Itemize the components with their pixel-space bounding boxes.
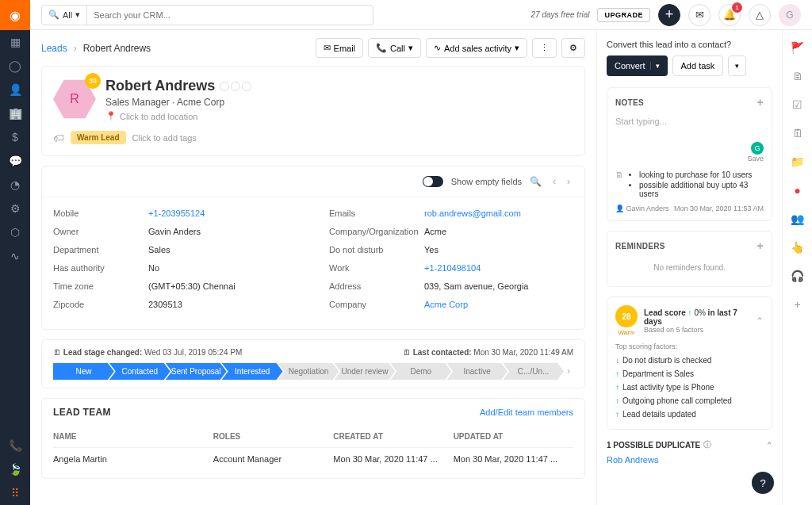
stage-step[interactable]: Demo (390, 363, 451, 380)
add-note-icon[interactable]: + (757, 96, 764, 109)
collapse-icon[interactable]: ⌃ (766, 441, 772, 450)
add-button[interactable]: + (658, 4, 680, 26)
stage-bar: NewContactedSent ProposalInterestedNegot… (53, 363, 573, 380)
search-input[interactable] (87, 10, 373, 20)
notifications-button[interactable]: 🔔1 (718, 4, 741, 26)
detail-row: Time zone(GMT+05:30) Chennai (53, 281, 297, 291)
add-tags[interactable]: Click to add tags (132, 133, 197, 143)
search-icon: 🔍 (48, 10, 59, 20)
stage-step[interactable]: New (53, 363, 114, 380)
detail-row: Mobile+1-203955124 (53, 209, 297, 218)
more-button[interactable]: ⋮ (532, 38, 557, 58)
nav-phone-icon[interactable]: 📞 (0, 434, 30, 457)
email-button[interactable]: ✉Email (316, 38, 364, 58)
factor-row: ↑ Department is Sales (615, 367, 764, 381)
checklist-icon[interactable]: ☑ (788, 95, 807, 114)
plus-icon[interactable]: + (788, 295, 807, 314)
add-task-dropdown[interactable]: ▾ (728, 55, 746, 76)
nav-conversations-icon[interactable]: 💬 (0, 149, 30, 173)
folder-icon[interactable]: 📁 (788, 152, 807, 171)
show-empty-toggle[interactable] (423, 176, 443, 187)
nav-contacts-icon[interactable]: ◯ (0, 54, 30, 78)
stage-step[interactable]: Inactive (446, 363, 508, 380)
notes-input[interactable]: Start typing... (615, 113, 764, 142)
search-scope-dropdown[interactable]: 🔍 All ▾ (42, 6, 87, 25)
breadcrumb-root[interactable]: Leads (41, 43, 67, 54)
call-button[interactable]: 📞Call▾ (368, 38, 421, 58)
stage-step[interactable]: Under review (334, 363, 395, 380)
notes-panel: NOTES + Start typing... G Save 🗎 looking… (607, 87, 772, 221)
detail-value[interactable]: Acme Corp (424, 300, 468, 309)
warm-lead-tag[interactable]: Warm Lead (71, 131, 126, 144)
nav-reports-icon[interactable]: ◔ (0, 173, 30, 197)
alerts-button[interactable]: △ (749, 4, 771, 26)
user-avatar[interactable]: G (779, 4, 801, 26)
app-logo[interactable]: ◉ (0, 0, 30, 30)
pulse-icon: ∿ (434, 43, 441, 53)
quick-action-circles[interactable] (220, 82, 251, 91)
next-page-icon[interactable]: › (564, 174, 573, 189)
page-header: Leads › Robert Andrews ✉Email 📞Call▾ ∿Ad… (41, 30, 585, 66)
stage-step[interactable]: C.../Un... (503, 363, 564, 380)
nav-accounts-icon[interactable]: 🏢 (0, 101, 30, 125)
save-label[interactable]: Save (747, 155, 764, 163)
detail-value: Sales (148, 245, 170, 254)
support-icon[interactable]: 🎧 (788, 266, 807, 285)
stage-step[interactable]: Sent Proposal (166, 363, 227, 380)
factor-row: ↑ Outgoing phone call completed (615, 394, 764, 407)
team-title: LEAD TEAM (53, 407, 111, 418)
topbar: 🔍 All ▾ 27 days free trial UPGRADE + ✉ 🔔… (30, 0, 812, 30)
mail-icon: ✉ (324, 43, 331, 53)
nav-settings-icon[interactable]: ⚙ (0, 197, 30, 220)
calendar-icon[interactable]: 🗓 (788, 124, 807, 143)
breadcrumb-sep: › (74, 43, 77, 54)
lead-name: Robert Andrews (105, 78, 251, 94)
nav-deals-icon[interactable]: $ (0, 125, 30, 149)
nav-leads-icon[interactable]: 👤 (0, 78, 30, 101)
score-badge: 39 (85, 73, 101, 89)
flag-icon[interactable]: 🚩 (788, 38, 807, 57)
nav-dashboard-icon[interactable]: ▦ (0, 30, 30, 54)
nav-activity-icon[interactable]: ∿ (0, 244, 30, 268)
status-icon[interactable]: ● (788, 181, 807, 200)
help-fab[interactable]: ? (752, 472, 774, 494)
prev-page-icon[interactable]: ‹ (550, 174, 559, 189)
detail-row: Do not disturbYes (329, 245, 573, 254)
mail-button[interactable]: ✉ (688, 4, 710, 26)
people-icon[interactable]: 👥 (788, 209, 807, 228)
nav-package-icon[interactable]: ⬡ (0, 220, 30, 244)
add-reminder-icon[interactable]: + (757, 239, 764, 252)
search-details-icon[interactable]: 🔍 (530, 176, 542, 187)
file-icon[interactable]: 🗎 (788, 67, 807, 86)
detail-value[interactable]: +1-210498104 (424, 263, 481, 273)
phone-icon: 📞 (376, 43, 387, 53)
stage-step[interactable]: Contacted (109, 363, 170, 380)
detail-row: Work+1-210498104 (329, 263, 573, 273)
team-row[interactable]: Angela MartinAccount ManagerMon 30 Mar, … (53, 448, 573, 470)
add-location[interactable]: 📍 Click to add location (105, 111, 251, 121)
grammarly-icon[interactable]: G (751, 142, 764, 155)
add-task-button[interactable]: Add task (672, 55, 724, 76)
detail-row: Address039, Sam avenue, Georgia (329, 281, 573, 291)
detail-row: Has authorityNo (53, 263, 297, 273)
detail-row: DepartmentSales (53, 245, 297, 254)
edit-team-link[interactable]: Add/Edit team members (480, 407, 573, 417)
stage-step[interactable]: Negotiation (278, 363, 339, 380)
collapse-icon[interactable]: ⌃ (756, 316, 764, 327)
add-activity-button[interactable]: ∿Add sales activity▾ (426, 38, 527, 58)
calendar-icon: 🗓 (403, 348, 411, 357)
upgrade-button[interactable]: UPGRADE (597, 8, 650, 22)
stage-step[interactable]: Interested (222, 363, 283, 380)
settings-button[interactable]: ⚙ (561, 38, 585, 58)
calendar-icon: 🗓 (53, 348, 61, 357)
detail-value[interactable]: rob.andrews@gmail.com (424, 209, 521, 218)
stage-next-icon[interactable]: › (564, 363, 573, 380)
duplicate-link[interactable]: Rob Andrews (607, 455, 772, 465)
chevron-down-icon: ▾ (408, 43, 413, 53)
nav-apps-icon[interactable]: ⠿ (0, 481, 30, 505)
details-card: Show empty fields 🔍 ‹ › Mobile+1-2039551… (41, 166, 585, 330)
hand-icon[interactable]: 👆 (788, 238, 807, 257)
detail-value[interactable]: +1-203955124 (148, 209, 205, 218)
convert-button[interactable]: Convert ▾ (607, 55, 668, 76)
nav-leaf-icon[interactable]: 🍃 (0, 457, 30, 481)
